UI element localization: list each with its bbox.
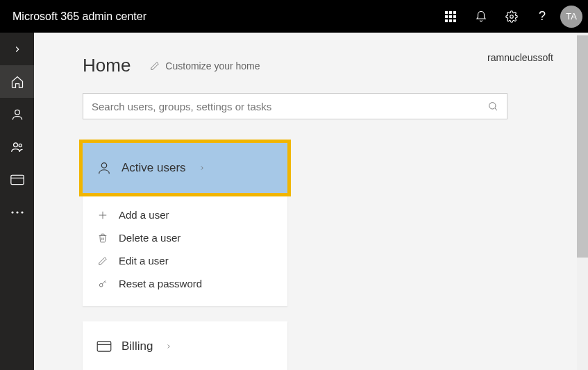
svg-rect-2 — [453, 11, 456, 14]
edit-user-label: Edit a user — [119, 255, 169, 267]
top-bar: Microsoft 365 admin center ? TA — [0, 0, 588, 33]
add-user-label: Add a user — [119, 209, 169, 221]
sidebar-item-more[interactable] — [0, 196, 34, 228]
search-box[interactable] — [83, 93, 507, 119]
settings-icon[interactable] — [496, 0, 527, 33]
customize-label: Customize your home — [165, 60, 260, 72]
svg-rect-1 — [449, 11, 452, 14]
help-icon[interactable]: ? — [527, 0, 557, 33]
chevron-right-icon — [165, 343, 172, 350]
tenant-name: ramnucleussoft — [487, 52, 553, 63]
active-users-options: Add a user Delete a user Edit a user Res… — [83, 196, 287, 306]
active-users-header[interactable]: Active users — [83, 143, 287, 193]
sidebar-item-groups[interactable] — [0, 131, 34, 163]
svg-point-23 — [99, 283, 103, 287]
sidebar — [0, 33, 34, 370]
svg-point-9 — [510, 15, 514, 18]
billing-header[interactable]: Billing — [83, 321, 287, 370]
svg-point-10 — [15, 110, 19, 115]
reset-password-label: Reset a password — [119, 278, 202, 289]
person-icon — [96, 160, 112, 176]
avatar[interactable]: TA — [560, 6, 582, 28]
svg-point-12 — [19, 144, 22, 146]
card-icon — [96, 341, 112, 352]
svg-rect-0 — [445, 11, 448, 14]
scrollbar[interactable] — [577, 33, 588, 370]
svg-rect-8 — [453, 19, 456, 22]
billing-card: Billing Total balance: None — [83, 321, 287, 370]
svg-line-19 — [495, 108, 497, 110]
trash-icon — [96, 233, 109, 243]
sidebar-item-users[interactable] — [0, 98, 34, 131]
svg-rect-3 — [445, 15, 448, 18]
reset-password-link[interactable]: Reset a password — [83, 272, 287, 295]
svg-rect-13 — [10, 175, 23, 184]
delete-user-link[interactable]: Delete a user — [83, 226, 287, 249]
page-title: Home — [83, 55, 131, 76]
edit-user-link[interactable]: Edit a user — [83, 249, 287, 272]
svg-rect-6 — [445, 19, 448, 22]
app-launcher-icon[interactable] — [435, 0, 466, 33]
svg-point-11 — [13, 142, 17, 146]
sidebar-item-billing[interactable] — [0, 163, 34, 196]
app-title: Microsoft 365 admin center — [0, 10, 435, 23]
active-users-card: Active users Add a user Delete a user — [83, 140, 287, 306]
sidebar-item-home[interactable] — [0, 65, 34, 98]
pencil-icon — [96, 256, 109, 266]
customize-home-link[interactable]: Customize your home — [150, 60, 260, 72]
search-input[interactable] — [92, 101, 487, 112]
search-icon — [487, 101, 498, 112]
svg-point-18 — [489, 103, 496, 109]
scroll-thumb[interactable] — [577, 35, 588, 258]
svg-rect-24 — [97, 342, 111, 351]
svg-point-16 — [16, 211, 18, 213]
active-users-title: Active users — [121, 161, 186, 175]
highlight-frame: Active users — [79, 140, 291, 196]
topbar-actions: ? TA — [435, 0, 588, 33]
plus-icon — [96, 210, 109, 220]
svg-rect-5 — [453, 15, 456, 18]
pencil-icon — [150, 61, 160, 71]
notifications-icon[interactable] — [466, 0, 496, 33]
svg-point-17 — [21, 211, 23, 213]
add-user-link[interactable]: Add a user — [83, 203, 287, 226]
sidebar-expand[interactable] — [0, 33, 34, 65]
chevron-right-icon — [199, 165, 205, 171]
svg-point-15 — [11, 211, 13, 213]
delete-user-label: Delete a user — [119, 232, 180, 244]
content-area: ramnucleussoft Home Customize your home … — [34, 33, 588, 370]
svg-point-20 — [101, 163, 106, 168]
key-icon — [96, 279, 109, 289]
billing-title: Billing — [121, 339, 153, 353]
svg-rect-4 — [449, 15, 452, 18]
svg-rect-7 — [449, 19, 452, 22]
